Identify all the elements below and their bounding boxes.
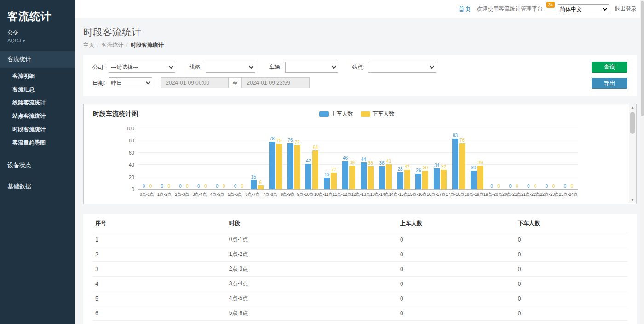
date-preset-select[interactable]: 昨日	[109, 77, 152, 88]
bar-group: 00	[230, 129, 248, 189]
vehicle-label: 车辆:	[269, 64, 282, 71]
breadcrumb-current: 时段客流统计	[131, 42, 164, 48]
bar-group: 156	[248, 129, 266, 189]
company-label: 公司:	[92, 64, 105, 71]
x-axis-label: 14点-15点	[389, 191, 408, 197]
bar	[471, 171, 477, 189]
vehicle-select[interactable]	[285, 62, 338, 73]
bar-value-label: 46	[343, 156, 348, 161]
export-button[interactable]: 导出	[592, 78, 627, 89]
company-select[interactable]: ---请选择---	[109, 62, 175, 73]
bar-group: 4438	[358, 129, 376, 189]
bar-value-label: 0	[571, 184, 574, 189]
page-scrollbar[interactable]	[640, 0, 644, 324]
bar	[312, 150, 318, 189]
table-header-row: 序号 时段 上车人数 下车人数	[92, 214, 627, 232]
bar-value-label: 38	[380, 161, 385, 166]
breadcrumb-home[interactable]: 主页	[83, 42, 94, 48]
bar	[386, 164, 392, 189]
legend-swatch-boarding-icon	[319, 111, 329, 117]
bar-value-label: 0	[509, 184, 512, 189]
date-range-separator: 至	[228, 77, 242, 88]
legend-swatch-alighting-icon	[361, 111, 370, 117]
bar-group: 8376	[449, 129, 468, 189]
bar-value-label: 44	[361, 157, 366, 162]
x-axis-label: 8点-9点	[279, 191, 296, 197]
table-row: 32点-3点00	[92, 262, 627, 277]
x-axis-label: 12点-13点	[351, 191, 370, 197]
breadcrumb-separator: /	[126, 42, 127, 48]
line-select[interactable]	[206, 62, 255, 73]
logout-link[interactable]: 退出登录	[615, 5, 637, 13]
bar-group: 00	[211, 129, 230, 189]
sidebar-item-device-status[interactable]: 设备状态	[0, 157, 75, 174]
sidebar-item-passenger-stats[interactable]: 客流统计	[0, 51, 75, 68]
bar-group: 00	[541, 129, 559, 189]
sidebar-subitem[interactable]: 客流汇总	[0, 83, 75, 96]
welcome-text: 欢迎使用客流统计管理平台	[477, 5, 543, 13]
sidebar-subitem[interactable]: 线路客流统计	[0, 96, 75, 110]
query-button[interactable]: 查询	[592, 62, 627, 73]
home-link[interactable]: 首页	[458, 5, 471, 13]
sidebar-nav: 客流统计 客流明细客流汇总线路客流统计站点客流统计时段客流统计客流量趋势图 设备…	[0, 51, 75, 195]
x-axis-label: 13点-14点	[370, 191, 389, 197]
x-axis-label: 16点-17点	[427, 191, 446, 197]
chevron-down-icon: ▾	[23, 38, 25, 43]
sidebar-subitem[interactable]: 客流量趋势图	[0, 136, 75, 150]
table-body: 10点-1点0021点-2点0032点-3点0043点-4点0054点-5点00…	[92, 232, 627, 324]
notification-badge[interactable]: 34	[546, 2, 555, 8]
bar	[397, 172, 403, 189]
x-axis-label: 6点-7点	[244, 191, 261, 197]
legend-item-alighting[interactable]: 下车人数	[361, 110, 395, 118]
y-axis-tick: 80	[129, 138, 134, 143]
station-label: 站点:	[352, 64, 364, 71]
bar-value-label: 0	[167, 184, 170, 189]
bar-group: 7875	[266, 129, 285, 189]
bar-value-label: 76	[460, 138, 465, 143]
bar-value-label: 39	[478, 160, 483, 165]
bar-value-label: 64	[313, 145, 318, 150]
bar-value-label: 19	[324, 172, 329, 177]
result-table-panel: 序号 时段 上车人数 下车人数 10点-1点0021点-2点0032点-3点00…	[83, 214, 637, 324]
bar-value-label: 0	[150, 184, 152, 189]
bar-value-label: 75	[276, 138, 282, 143]
bar	[422, 171, 428, 189]
x-axis-label: 22点-23点	[540, 191, 559, 197]
bar	[331, 173, 337, 189]
breadcrumb-section[interactable]: 客流统计	[101, 42, 123, 48]
chart-plot: 0000000000001567875767242641927463944383…	[138, 129, 578, 190]
date-from-input[interactable]	[161, 77, 229, 88]
sidebar-item-base-data[interactable]: 基础数据	[0, 178, 75, 195]
user-dropdown[interactable]: AQGJ ▾	[0, 37, 75, 51]
col-header-boarding: 上车人数	[397, 214, 515, 232]
bar	[324, 178, 330, 189]
date-to-input[interactable]	[242, 77, 310, 88]
bar-group: 00	[523, 129, 541, 189]
scrollbar-thumb[interactable]	[630, 112, 635, 134]
app-window: 客流统计 公交 AQGJ ▾ 客流统计 客流明细客流汇总线路客流统计站点客流统计…	[0, 0, 644, 324]
bar-group: 00	[175, 129, 193, 189]
sidebar-subitem[interactable]: 时段客流统计	[0, 123, 75, 136]
scroll-up-icon[interactable]: ▲	[629, 104, 636, 111]
bar-value-label: 0	[546, 184, 548, 189]
bar-value-label: 76	[288, 138, 293, 143]
bar-value-label: 42	[306, 158, 311, 163]
x-axis-label: 20点-21点	[502, 191, 521, 197]
chart-scrollbar[interactable]: ▲ ▼	[629, 104, 636, 203]
legend-item-boarding[interactable]: 上车人数	[319, 110, 353, 118]
x-axis-label: 17点-18点	[446, 191, 465, 197]
scroll-down-icon[interactable]: ▼	[629, 197, 636, 203]
page-scrollbar-thumb[interactable]	[641, 1, 644, 116]
x-axis-label: 19点-20点	[483, 191, 502, 197]
sidebar-subitem[interactable]: 客流明细	[0, 69, 75, 83]
chart-x-labels: 0点-1点1点-2点2点-3点3点-4点4点-5点5点-6点6点-7点7点-8点…	[138, 190, 578, 197]
station-select[interactable]	[368, 62, 436, 73]
date-label: 日期:	[92, 79, 105, 87]
bar-group: 2630	[413, 129, 431, 189]
y-axis-tick: 0	[132, 186, 134, 192]
bar-value-label: 0	[179, 184, 182, 189]
sidebar-subitem[interactable]: 站点客流统计	[0, 110, 75, 123]
language-select[interactable]: 简体中文	[558, 4, 609, 14]
bar-value-label: 30	[423, 165, 428, 170]
breadcrumb-separator: /	[97, 42, 98, 48]
